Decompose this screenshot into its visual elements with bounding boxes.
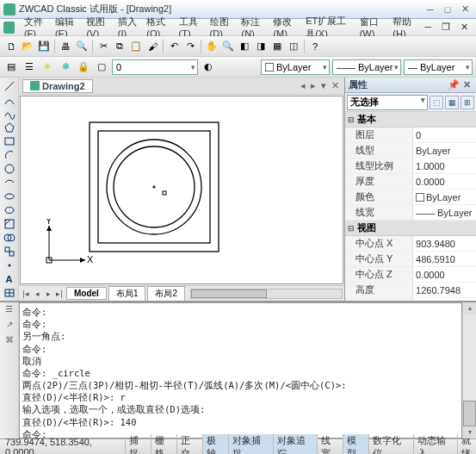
prop-group-header[interactable]: 基本: [345, 112, 476, 127]
layer-e[interactable]: ◐: [201, 59, 216, 75]
block-tool[interactable]: [2, 245, 17, 258]
cmd-vscrollbar[interactable]: ▴ ▾: [462, 302, 476, 438]
new-button[interactable]: 🗋: [3, 39, 19, 54]
prop-row[interactable]: 颜色ByLayer: [345, 190, 476, 205]
layer-props-button[interactable]: ☰: [22, 59, 37, 75]
layout2-tab[interactable]: 布局2: [147, 286, 185, 302]
polygon-tool[interactable]: [2, 121, 17, 134]
circle-tool[interactable]: [2, 162, 17, 175]
document-tab[interactable]: Drawing2: [22, 79, 93, 93]
mtab-last[interactable]: ▸|: [54, 289, 65, 298]
cmd-tool-a[interactable]: ☰: [3, 304, 16, 318]
tool-b[interactable]: ◨: [253, 39, 269, 54]
prop-row[interactable]: 中心点 X903.9480: [345, 236, 476, 252]
selection-combo[interactable]: 无选择: [347, 95, 428, 110]
linetype-combo[interactable]: ——ByLayer: [332, 59, 401, 75]
menu-dimension[interactable]: 标注(N): [237, 16, 269, 39]
mtab-next[interactable]: ▸: [43, 289, 53, 298]
osnap-toggle[interactable]: 对象捕捉: [229, 434, 273, 455]
prop-row[interactable]: 线型比例1.0000: [345, 159, 476, 174]
menu-insert[interactable]: 插入(I): [114, 16, 142, 39]
table-tool[interactable]: [2, 286, 17, 299]
doc-minimize-button[interactable]: ─: [420, 22, 436, 33]
ellipse-tool[interactable]: [2, 176, 17, 189]
menu-view[interactable]: 视图(V): [82, 16, 113, 39]
tool-a[interactable]: ◧: [237, 39, 252, 54]
mtab-prev[interactable]: ◂: [32, 289, 42, 298]
prop-row[interactable]: 线型ByLayer: [345, 143, 476, 159]
selectobj-button[interactable]: ⊞: [461, 96, 474, 109]
drawing-canvas[interactable]: X Y: [20, 96, 343, 284]
prop-row[interactable]: 线宽—— ByLayer: [345, 205, 476, 221]
revcloud-tool[interactable]: [2, 203, 17, 216]
layer-c[interactable]: 🔒: [76, 59, 91, 75]
redo-button[interactable]: ↷: [182, 39, 198, 54]
layer-b[interactable]: ❄: [58, 59, 73, 75]
spline-tool[interactable]: [2, 107, 17, 120]
snap-toggle[interactable]: 捕捉: [126, 434, 151, 455]
menu-file[interactable]: 文件(F): [20, 16, 51, 39]
pickadd-button[interactable]: ▦: [445, 96, 459, 109]
menu-format[interactable]: 格式(O): [142, 16, 174, 39]
model-toggle[interactable]: 模型: [343, 434, 369, 455]
command-window[interactable]: 命令:命令:另一角点:命令:取消命令: _circle两点(2P)/三点(3P)…: [19, 302, 462, 438]
otrack-toggle[interactable]: 对象追踪: [274, 434, 318, 455]
help-button[interactable]: ?: [307, 39, 323, 54]
color-combo[interactable]: ByLayer: [261, 59, 330, 75]
ortho-toggle[interactable]: 正交: [177, 434, 203, 455]
menu-edit[interactable]: 编辑(E): [51, 16, 82, 39]
save-button[interactable]: 💾: [36, 39, 52, 54]
mtab-first[interactable]: |◂: [21, 289, 31, 298]
match-button[interactable]: 🖌: [145, 39, 160, 54]
menu-window[interactable]: 窗口(W): [355, 16, 389, 39]
text-tool[interactable]: A: [2, 272, 17, 285]
layer-a[interactable]: ☀: [40, 59, 55, 75]
props-close[interactable]: ✕: [461, 79, 473, 90]
point-tool[interactable]: [2, 258, 17, 271]
doc-close-button[interactable]: ✕: [456, 22, 473, 33]
cut-button[interactable]: ✂: [96, 39, 111, 54]
menu-tools[interactable]: 工具(T): [175, 16, 206, 39]
rect-tool[interactable]: [2, 134, 17, 147]
doc-restore-button[interactable]: ❐: [437, 22, 454, 33]
prop-group-header[interactable]: 视图: [345, 221, 476, 236]
tool-d[interactable]: ◫: [286, 39, 301, 54]
arc-tool[interactable]: [2, 148, 17, 161]
zoom-button[interactable]: 🔍: [220, 39, 236, 54]
cmd-tool-c[interactable]: ⌘: [3, 335, 16, 349]
close-button[interactable]: ✕: [457, 3, 473, 16]
polar-toggle[interactable]: 极轴: [203, 434, 229, 455]
copy-button[interactable]: ⧉: [112, 39, 127, 54]
prop-row[interactable]: 图层0: [345, 127, 476, 143]
coords-display[interactable]: 739.9474, 518.3540, 0.0000: [0, 437, 126, 455]
donut-tool[interactable]: [2, 190, 17, 202]
dyn-toggle[interactable]: 动态输入: [414, 434, 458, 455]
hscrollbar[interactable]: [190, 289, 343, 299]
undo-button[interactable]: ↶: [166, 39, 182, 54]
tab-nav-menu[interactable]: ▾: [319, 80, 328, 91]
menu-help[interactable]: 帮助(H): [388, 16, 420, 39]
grid-toggle[interactable]: 栅格: [151, 434, 177, 455]
menu-modify[interactable]: 修改(M): [269, 16, 301, 39]
maximize-button[interactable]: □: [440, 3, 455, 16]
line-tool[interactable]: [2, 79, 17, 92]
props-pin[interactable]: 📌: [446, 79, 461, 90]
curve-tool[interactable]: [2, 93, 17, 106]
prop-row[interactable]: 高度1260.7948: [345, 283, 476, 298]
tab-nav-close[interactable]: ✕: [330, 80, 341, 91]
minimize-button[interactable]: ─: [423, 3, 438, 16]
property-grid[interactable]: 基本图层0线型ByLayer线型比例1.0000厚度0.0000颜色ByLaye…: [345, 112, 476, 301]
layer-d[interactable]: ▢: [94, 59, 109, 75]
lineweight-combo[interactable]: —ByLayer: [404, 59, 473, 75]
hatch-tool[interactable]: [2, 217, 17, 230]
prop-row[interactable]: 厚度0.0000: [345, 174, 476, 190]
print-button[interactable]: 🖶: [58, 39, 73, 54]
lwt-toggle[interactable]: 线宽: [318, 434, 343, 455]
tab-nav-left[interactable]: ◂: [299, 80, 307, 91]
model-tab[interactable]: Model: [66, 287, 107, 300]
tool-c[interactable]: ▦: [269, 39, 285, 54]
tablet-toggle[interactable]: 数字化仪: [369, 434, 413, 455]
region-tool[interactable]: [2, 231, 17, 244]
pan-button[interactable]: ✋: [204, 39, 219, 54]
cmd-tool-b[interactable]: ↗: [3, 320, 16, 333]
